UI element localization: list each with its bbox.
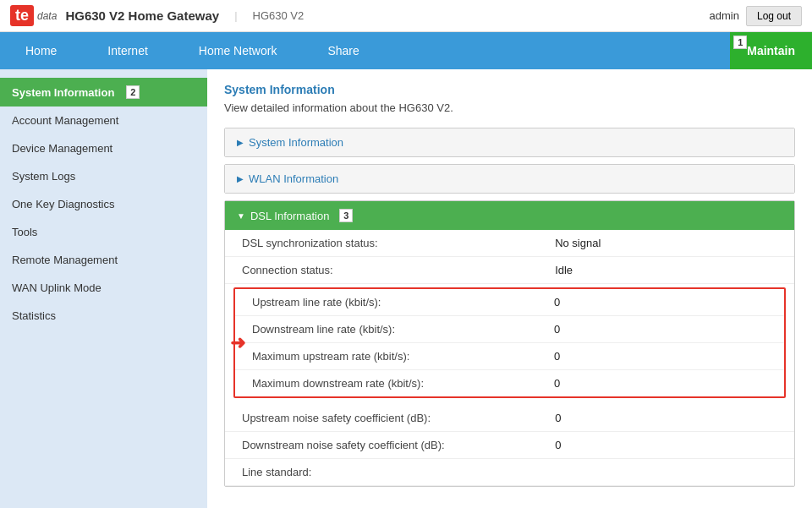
sidebar-item-device-management[interactable]: Device Management (0, 134, 207, 162)
max-downstream-rate-value: 0 (537, 370, 784, 397)
header-divider: | (234, 9, 237, 22)
nav-home-network[interactable]: Home Network (173, 32, 303, 69)
dsl-badge: 3 (339, 209, 353, 222)
downstream-line-rate-label: Downstream line rate (kbit/s): (235, 316, 537, 343)
dsl-highlight-container: ➜ Upstream line rate (kbit/s): 0 Downstr… (225, 287, 794, 398)
table-row: Line standard: (225, 459, 794, 486)
table-row: Downstream line rate (kbit/s): 0 (235, 316, 784, 343)
table-row: Downstream noise safety coefficient (dB)… (225, 432, 794, 459)
maintain-label: Maintain (747, 44, 795, 57)
accordion-system-info-label: System Information (249, 136, 343, 149)
sidebar-tools-label: Tools (12, 226, 37, 238)
sidebar-remote-mgmt-label: Remote Management (12, 254, 118, 266)
accordion-wlan-arrow: ▶ (237, 174, 244, 183)
page-title: System Information (224, 83, 795, 96)
sidebar-system-logs-label: System Logs (12, 170, 75, 183)
max-upstream-rate-label: Maximum upstream rate (kbit/s): (235, 343, 537, 370)
logout-button[interactable]: Log out (746, 6, 802, 26)
upstream-noise-label: Upstream noise safety coefficient (dB): (225, 405, 538, 432)
dsl-bottom-table: Upstream noise safety coefficient (dB): … (225, 405, 794, 486)
nav-share[interactable]: Share (302, 32, 384, 69)
sidebar-item-system-logs[interactable]: System Logs (0, 162, 207, 190)
nav-internet[interactable]: Internet (82, 32, 173, 69)
sidebar-item-account-management[interactable]: Account Management (0, 107, 207, 134)
downstream-noise-label: Downstream noise safety coefficient (dB)… (225, 432, 538, 459)
page-description: View detailed information about the HG63… (224, 101, 795, 114)
admin-label: admin (710, 9, 739, 22)
red-arrow-icon: ➜ (230, 332, 245, 354)
accordion-wlan-header[interactable]: ▶ WLAN Information (225, 165, 794, 193)
sidebar-statistics-label: Statistics (12, 309, 56, 322)
downstream-noise-value: 0 (538, 432, 794, 459)
upstream-noise-value: 0 (538, 405, 794, 432)
sidebar-account-mgmt-label: Account Management (12, 114, 118, 127)
upstream-line-rate-value: 0 (537, 289, 784, 316)
table-row: DSL synchronization status: No signal (225, 230, 794, 257)
accordion-wlan-info: ▶ WLAN Information (224, 164, 795, 194)
header-left: te data HG630 V2 Home Gateway | HG630 V2 (10, 5, 304, 26)
accordion-system-info-header[interactable]: ▶ System Information (225, 128, 794, 156)
logo-data-text: data (37, 10, 57, 22)
table-row: Upstream line rate (kbit/s): 0 (235, 289, 784, 316)
logo-te-icon: te (10, 5, 34, 26)
dsl-top-table: DSL synchronization status: No signal Co… (225, 230, 794, 284)
nav-bar: Home Internet Home Network Share 1 Maint… (0, 32, 812, 69)
logo: te data (10, 5, 57, 26)
sidebar-one-key-diag-label: One Key Diagnostics (12, 198, 114, 210)
header-title: HG630 V2 Home Gateway (65, 8, 219, 23)
table-row: Maximum downstream rate (kbit/s): 0 (235, 370, 784, 397)
header-right: admin Log out (710, 6, 802, 26)
accordion-system-info-arrow: ▶ (237, 138, 244, 147)
system-info-badge: 2 (126, 85, 140, 99)
nav-maintain[interactable]: 1 Maintain (730, 32, 812, 69)
dsl-highlight-group: Upstream line rate (kbit/s): 0 Downstrea… (233, 287, 786, 398)
main-content: System Information View detailed informa… (207, 69, 812, 508)
sidebar-item-one-key-diagnostics[interactable]: One Key Diagnostics (0, 190, 207, 218)
accordion-dsl-info: ▼ DSL Information 3 DSL synchronization … (224, 200, 795, 487)
sidebar-device-mgmt-label: Device Management (12, 142, 112, 155)
accordion-dsl-header[interactable]: ▼ DSL Information 3 (225, 201, 794, 230)
maintain-badge: 1 (733, 36, 747, 49)
dsl-highlight-table: Upstream line rate (kbit/s): 0 Downstrea… (235, 289, 784, 396)
max-upstream-rate-value: 0 (537, 343, 784, 370)
sidebar-wan-uplink-label: WAN Uplink Mode (12, 281, 102, 294)
header-subtitle: HG630 V2 (253, 9, 304, 22)
accordion-dsl-label: DSL Information (250, 210, 329, 222)
accordion-dsl-body: DSL synchronization status: No signal Co… (225, 230, 794, 486)
nav-home[interactable]: Home (0, 32, 82, 69)
header: te data HG630 V2 Home Gateway | HG630 V2… (0, 0, 812, 32)
sidebar-item-tools[interactable]: Tools (0, 218, 207, 246)
dsl-connection-status-label: Connection status: (225, 257, 538, 284)
accordion-wlan-label: WLAN Information (249, 172, 338, 185)
dsl-sync-status-label: DSL synchronization status: (225, 230, 538, 257)
table-row: Upstream noise safety coefficient (dB): … (225, 405, 794, 432)
sidebar-system-info-label: System Information (12, 86, 114, 99)
main-layout: System Information 2 Account Management … (0, 69, 812, 508)
line-standard-value (538, 459, 794, 486)
sidebar: System Information 2 Account Management … (0, 69, 207, 508)
sidebar-item-remote-management[interactable]: Remote Management (0, 246, 207, 274)
sidebar-item-statistics[interactable]: Statistics (0, 302, 207, 330)
max-downstream-rate-label: Maximum downstream rate (kbit/s): (235, 370, 537, 397)
dsl-connection-status-value: Idle (538, 257, 794, 284)
table-row: Maximum upstream rate (kbit/s): 0 (235, 343, 784, 370)
sidebar-item-system-information[interactable]: System Information 2 (0, 78, 207, 107)
upstream-line-rate-label: Upstream line rate (kbit/s): (235, 289, 537, 316)
downstream-line-rate-value: 0 (537, 316, 784, 343)
sidebar-item-wan-uplink-mode[interactable]: WAN Uplink Mode (0, 274, 207, 302)
dsl-sync-status-value: No signal (538, 230, 794, 257)
table-row: Connection status: Idle (225, 257, 794, 284)
accordion-system-info: ▶ System Information (224, 128, 795, 157)
accordion-dsl-arrow: ▼ (237, 211, 245, 221)
line-standard-label: Line standard: (225, 459, 538, 486)
